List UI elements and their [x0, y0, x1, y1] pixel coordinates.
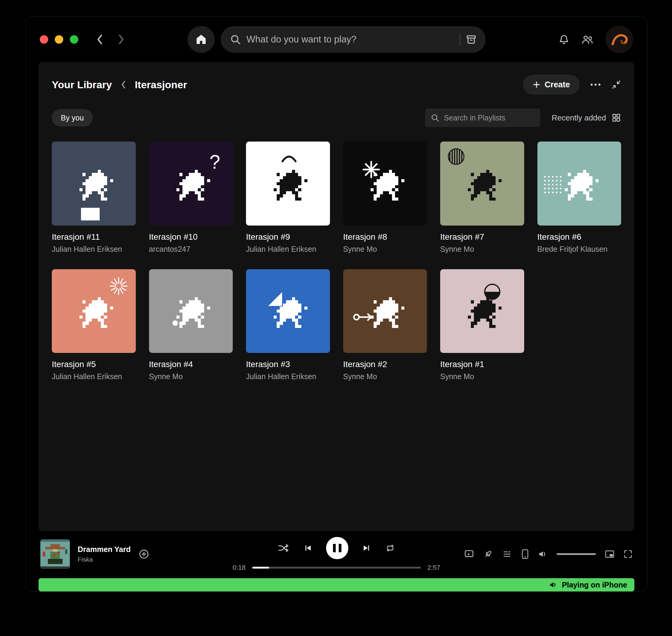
total-time: 2:57 [428, 564, 443, 572]
playlist-card[interactable]: Iterasjon #4 Synne Mo [149, 269, 233, 381]
global-search[interactable] [221, 26, 486, 53]
playlist-card[interactable]: Iterasjon #11 Julian Hallen Eriksen [52, 141, 136, 254]
playlist-title[interactable]: Iterasjon #8 [343, 232, 427, 242]
back-icon[interactable] [96, 34, 104, 45]
question-glyph: ? [209, 152, 220, 172]
playlist-artist[interactable]: Synne Mo [343, 372, 427, 381]
playlist-card[interactable]: Iterasjon #5 Julian Hallen Eriksen [52, 269, 136, 381]
playlist-cover [343, 141, 427, 225]
pixel-creature-sprite [271, 170, 310, 201]
library-panel: Your Library Iterasjoner Create [39, 62, 634, 531]
playlist-artist[interactable]: Synne Mo [149, 372, 233, 381]
previous-track-icon[interactable] [303, 543, 312, 553]
more-options-icon[interactable] [590, 83, 601, 86]
playlist-artist[interactable]: arcantos247 [149, 245, 233, 254]
playlist-card[interactable]: Iterasjon #9 Julian Hallen Eriksen [246, 141, 330, 254]
pixel-creature-sprite [174, 297, 213, 328]
playlist-artist[interactable]: Synne Mo [440, 245, 524, 254]
progress-bar[interactable] [252, 567, 421, 569]
pixel-creature-sprite [562, 170, 602, 201]
playlist-artist[interactable]: Julian Hallen Eriksen [246, 245, 330, 254]
spark-glyph [109, 277, 128, 295]
status-bar[interactable]: Playing on iPhone [39, 578, 634, 592]
playlist-card[interactable]: Iterasjon #7 Synne Mo [440, 141, 524, 254]
playlist-title[interactable]: Iterasjon #11 [52, 232, 136, 242]
elapsed-time: 0:18 [230, 564, 246, 572]
profile-avatar[interactable] [606, 26, 633, 53]
playlist-title[interactable]: Iterasjon #7 [440, 232, 524, 242]
your-library-title[interactable]: Your Library [52, 79, 112, 91]
playlist-card[interactable]: Iterasjon #6 Brede Fritjof Klausen [537, 141, 622, 254]
track-title[interactable]: Drammen Yard [78, 545, 131, 554]
playlist-artist[interactable]: Julian Hallen Eriksen [52, 372, 136, 381]
playlist-card[interactable]: Iterasjon #8 Synne Mo [343, 141, 427, 254]
playlist-artist[interactable]: Julian Hallen Eriksen [52, 245, 136, 254]
playlist-artist[interactable]: Synne Mo [343, 245, 427, 254]
pause-icon [333, 544, 336, 552]
playlist-title[interactable]: Iterasjon #5 [52, 360, 136, 369]
friend-activity-icon[interactable] [582, 34, 593, 45]
playlist-title[interactable]: Iterasjon #2 [343, 360, 427, 369]
playlist-artist[interactable]: Brede Fritjof Klausen [537, 245, 622, 254]
next-track-icon[interactable] [362, 543, 371, 553]
playlist-cover [246, 141, 330, 225]
zoom-window-button[interactable] [70, 35, 78, 44]
playlist-title[interactable]: Iterasjon #1 [440, 360, 524, 369]
filter-chip-by-you[interactable]: By you [52, 109, 93, 126]
playlist-cover [440, 269, 524, 353]
sort-control[interactable]: Recently added [552, 113, 621, 123]
grid-view-icon [611, 113, 621, 123]
home-button[interactable] [187, 26, 215, 53]
volume-slider[interactable] [557, 553, 596, 555]
arc-glyph [280, 154, 298, 163]
queue-icon[interactable] [502, 550, 512, 559]
pixel-creature-sprite [465, 170, 505, 201]
breadcrumb-folder-name[interactable]: Iterasjoner [135, 79, 187, 91]
playlist-cover [343, 269, 427, 353]
create-button[interactable]: Create [523, 75, 579, 95]
playlist-card[interactable]: Iterasjon #2 Synne Mo [343, 269, 427, 381]
close-window-button[interactable] [40, 35, 48, 44]
repeat-icon[interactable] [385, 543, 395, 553]
track-artist[interactable]: Fiska [78, 556, 131, 563]
loop-arrow-glyph [352, 311, 374, 323]
playlist-card[interactable]: Iterasjon #1 Synne Mo [440, 269, 524, 381]
playlist-title[interactable]: Iterasjon #10 [149, 232, 233, 242]
now-playing-view-icon[interactable] [464, 549, 474, 559]
lyrics-icon[interactable] [483, 549, 493, 559]
playlist-search[interactable] [425, 108, 540, 127]
add-to-library-icon[interactable] [139, 549, 149, 559]
shuffle-icon[interactable] [278, 543, 289, 553]
miniplayer-icon[interactable] [605, 550, 614, 558]
volume-icon[interactable] [538, 550, 548, 558]
playlist-card[interactable]: Iterasjon #3 Julian Hallen Eriksen [246, 269, 330, 381]
sort-label: Recently added [552, 113, 606, 123]
browse-icon[interactable] [466, 34, 476, 45]
top-bar [26, 17, 647, 62]
window-controls [40, 35, 78, 44]
connect-device-icon[interactable] [521, 549, 529, 559]
notifications-bell-icon[interactable] [558, 34, 569, 45]
playlist-search-input[interactable] [444, 114, 535, 122]
pixel-creature-sprite [174, 170, 213, 201]
playlist-title[interactable]: Iterasjon #3 [246, 360, 330, 369]
playlist-artist[interactable]: Julian Hallen Eriksen [246, 372, 330, 381]
playlist-card[interactable]: ? Iterasjon #10 arcantos247 [149, 141, 233, 254]
pause-button[interactable] [326, 537, 348, 559]
playlist-cover [52, 141, 136, 225]
fullscreen-icon[interactable] [624, 550, 633, 559]
playlist-title[interactable]: Iterasjon #9 [246, 232, 330, 242]
now-playing-album-art[interactable] [40, 539, 70, 569]
search-divider [460, 33, 460, 46]
breadcrumb-chevron-icon [120, 80, 126, 89]
collapse-library-icon[interactable] [611, 80, 621, 90]
playlist-cover [246, 269, 330, 353]
minimize-window-button[interactable] [55, 35, 63, 44]
playlist-artist[interactable]: Synne Mo [440, 372, 524, 381]
forward-icon[interactable] [117, 34, 125, 45]
playlist-cover [149, 269, 233, 353]
playlist-title[interactable]: Iterasjon #4 [149, 360, 233, 369]
global-search-input[interactable] [247, 34, 454, 45]
dotted-square-glyph [543, 175, 563, 194]
playlist-title[interactable]: Iterasjon #6 [537, 232, 622, 242]
